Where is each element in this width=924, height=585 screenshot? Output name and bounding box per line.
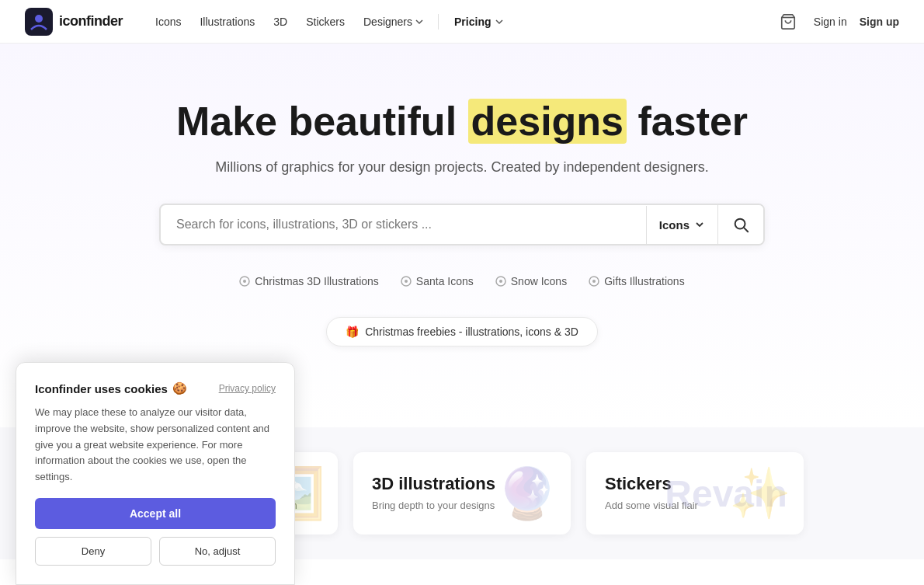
cookie-privacy-link[interactable]: Privacy policy — [219, 383, 276, 394]
quick-link-snow-icons[interactable]: Snow Icons — [488, 270, 575, 292]
hero-title: Make beautiful designs faster — [25, 99, 899, 144]
navbar: iconfinder Icons Illustrations 3D Sticke… — [0, 0, 924, 44]
svg-line-4 — [744, 228, 748, 232]
hero-subtitle: Millions of graphics for your design pro… — [25, 159, 899, 176]
cookie-title: Iconfinder uses cookies 🍪 — [35, 381, 187, 395]
search-type-chevron-icon — [694, 219, 705, 230]
cookie-accept-button[interactable]: Accept all — [35, 498, 276, 529]
cookie-banner: Iconfinder uses cookies 🍪 Privacy policy… — [16, 362, 295, 559]
nav-right: Sign in Sign up — [775, 9, 899, 35]
quick-link-christmas-3d[interactable]: Christmas 3D Illustrations — [231, 270, 387, 292]
quick-links: Christmas 3D Illustrations Santa Icons S… — [25, 270, 899, 292]
quick-link-icon — [239, 276, 250, 287]
sign-in-link[interactable]: Sign in — [814, 16, 847, 28]
cookie-adjust-button[interactable]: No, adjust — [159, 537, 276, 559]
cart-icon — [780, 13, 797, 30]
chevron-down-icon — [415, 17, 424, 26]
logo-text: iconfinder — [59, 13, 123, 30]
nav-divider — [438, 14, 439, 30]
quick-link-icon — [495, 276, 506, 287]
quick-link-santa-icons[interactable]: Santa Icons — [393, 270, 481, 292]
svg-point-12 — [592, 280, 596, 283]
svg-point-10 — [499, 280, 502, 283]
quick-link-icon — [401, 276, 412, 287]
search-bar: Icons — [159, 204, 765, 245]
promo-emoji: 🎁 — [346, 326, 359, 338]
card-icon: 🔮 — [496, 465, 558, 523]
sign-up-link[interactable]: Sign up — [860, 16, 899, 28]
nav-icons[interactable]: Icons — [148, 11, 189, 33]
cart-button[interactable] — [775, 9, 801, 35]
search-icon — [732, 216, 749, 233]
hero-highlight: designs — [468, 99, 627, 144]
quick-link-icon — [589, 276, 599, 287]
card-icon: ✨ — [729, 465, 791, 523]
cookie-header: Iconfinder uses cookies 🍪 Privacy policy — [35, 381, 276, 395]
logo[interactable]: iconfinder — [25, 8, 123, 36]
svg-point-8 — [405, 280, 408, 283]
pricing-button[interactable]: Pricing — [445, 11, 512, 33]
3d-card: 3D illustrations Bring depth to your des… — [353, 452, 571, 535]
nav-designers[interactable]: Designers — [356, 11, 432, 33]
svg-point-1 — [35, 15, 43, 23]
nav-3d[interactable]: 3D — [266, 11, 295, 33]
search-type-button[interactable]: Icons — [646, 206, 717, 244]
cookie-secondary-actions: Deny No, adjust — [35, 537, 276, 559]
pricing-chevron-icon — [495, 17, 504, 26]
svg-point-6 — [243, 280, 246, 283]
nav-illustrations[interactable]: Illustrations — [192, 11, 262, 33]
cookie-deny-button[interactable]: Deny — [35, 537, 151, 559]
search-input[interactable] — [161, 205, 646, 244]
search-submit-button[interactable] — [717, 205, 763, 244]
promo-text: Christmas freebies - illustrations, icon… — [365, 326, 578, 338]
nav-links: Icons Illustrations 3D Stickers Designer… — [148, 11, 775, 33]
nav-stickers[interactable]: Stickers — [298, 11, 353, 33]
stickers-card: Stickers Add some visual flair Revain ✨ — [586, 452, 804, 535]
cookie-body: We may place these to analyze our visito… — [35, 405, 276, 486]
quick-link-gifts-illustrations[interactable]: Gifts Illustrations — [581, 270, 692, 292]
promo-banner[interactable]: 🎁 Christmas freebies - illustrations, ic… — [326, 317, 598, 346]
